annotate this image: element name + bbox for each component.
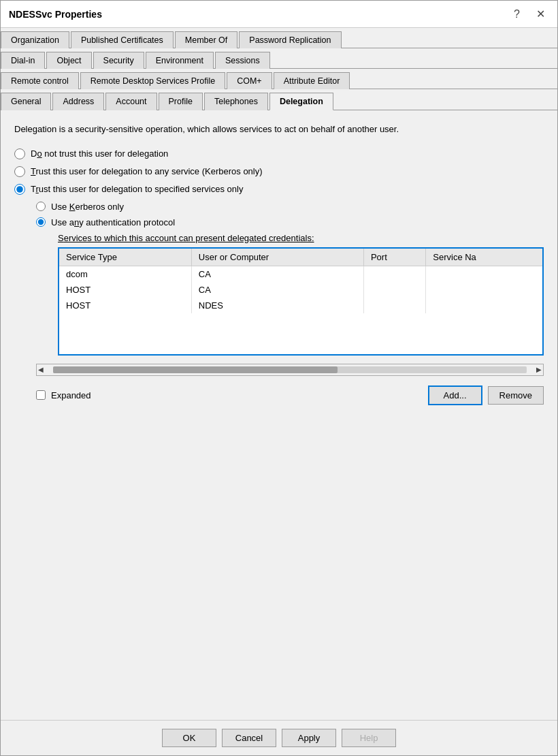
cell-user-computer: NDES	[191, 298, 363, 313]
tab-row-1: Organization Published Certificates Memb…	[1, 28, 557, 48]
cell-user-computer: CA	[191, 282, 363, 298]
tab-security[interactable]: Security	[93, 52, 144, 69]
tab-delegation[interactable]: Delegation	[269, 93, 333, 110]
ok-button[interactable]: OK	[162, 729, 216, 747]
radio-trust-any-input[interactable]	[14, 166, 25, 177]
properties-dialog: NDESSvc Properties ? ✕ Organization Publ…	[0, 0, 558, 756]
tab-remote-desktop[interactable]: Remote Desktop Services Profile	[80, 72, 225, 89]
tabs-container: Organization Published Certificates Memb…	[1, 28, 557, 110]
tab-row-2: Dial-in Object Security Environment Sess…	[1, 48, 557, 69]
scrollbar-container: ◀ ▶	[36, 364, 544, 376]
cell-port	[363, 282, 425, 298]
services-table: Service Type User or Computer Port Servi…	[59, 249, 542, 354]
tab-sessions[interactable]: Sessions	[215, 52, 270, 69]
radio-trust-specified-input[interactable]	[14, 184, 25, 195]
cell-service-type: dcom	[59, 266, 191, 282]
radio-trust-any-label: Trust this user for delegation to any se…	[31, 166, 263, 176]
tab-general[interactable]: General	[1, 93, 51, 110]
radio-trust-any[interactable]: Trust this user for delegation to any se…	[14, 166, 544, 177]
tab-published-certs[interactable]: Published Certificates	[71, 31, 174, 48]
dialog-title: NDESSvc Properties	[9, 9, 102, 20]
expanded-checkbox[interactable]	[36, 390, 46, 400]
cell-user-computer: CA	[191, 266, 363, 282]
sub-radio-kerberos-label: Use Kerberos only	[51, 202, 124, 212]
help-footer-button[interactable]: Help	[342, 729, 396, 747]
bottom-controls: Expanded Add... Remove	[36, 385, 544, 405]
scroll-right-arrow[interactable]: ▶	[536, 366, 542, 373]
scrollbar-thumb	[53, 366, 338, 373]
table-row[interactable]: HOST NDES	[59, 298, 542, 313]
tab-dial-in[interactable]: Dial-in	[1, 52, 45, 69]
dialog-footer: OK Cancel Apply Help	[1, 720, 557, 755]
tab-account[interactable]: Account	[105, 93, 157, 110]
tab-environment[interactable]: Environment	[146, 52, 214, 69]
tab-com-plus[interactable]: COM+	[227, 72, 272, 89]
radio-no-trust-label: Do not trust this user for delegation	[31, 148, 168, 159]
title-bar-right: ? ✕	[510, 6, 549, 22]
radio-no-trust[interactable]: Do not trust this user for delegation	[14, 148, 544, 159]
spacer	[1, 569, 557, 720]
expanded-row: Expanded	[36, 390, 91, 400]
tab-row-4: General Address Account Profile Telephon…	[1, 89, 557, 110]
title-bar: NDESSvc Properties ? ✕	[1, 1, 557, 28]
sub-radio-group: Use Kerberos only Use any authentication…	[36, 202, 544, 405]
col-port: Port	[363, 249, 425, 266]
tab-remote-control[interactable]: Remote control	[1, 72, 79, 89]
table-row-empty	[59, 334, 542, 354]
tab-address[interactable]: Address	[52, 93, 104, 110]
cell-service-name	[426, 282, 542, 298]
expanded-label: Expanded	[51, 390, 91, 400]
apply-button[interactable]: Apply	[282, 729, 336, 747]
table-body: dcom CA HOST CA HOST	[59, 266, 542, 354]
cell-port	[363, 266, 425, 282]
table-row-empty	[59, 313, 542, 334]
table-row[interactable]: HOST CA	[59, 282, 542, 298]
tab-row-3: Remote control Remote Desktop Services P…	[1, 69, 557, 89]
col-user-computer: User or Computer	[191, 249, 363, 266]
tab-password-replication[interactable]: Password Replication	[239, 31, 341, 48]
cancel-button[interactable]: Cancel	[222, 729, 276, 747]
services-label: Services to which this account can prese…	[58, 233, 544, 243]
cell-service-name	[426, 298, 542, 313]
tab-telephones[interactable]: Telephones	[204, 93, 268, 110]
sub-radio-any-auth-input[interactable]	[36, 217, 46, 227]
scrollbar-track[interactable]	[53, 366, 527, 373]
sub-radio-any-auth-label: Use any authentication protocol	[51, 217, 175, 227]
cell-service-type: HOST	[59, 282, 191, 298]
services-table-container: Service Type User or Computer Port Servi…	[58, 247, 544, 356]
sub-radio-kerberos-input[interactable]	[36, 202, 46, 211]
cell-service-name	[426, 266, 542, 282]
radio-trust-specified[interactable]: Trust this user for delegation to specif…	[14, 184, 544, 195]
tab-profile[interactable]: Profile	[159, 93, 203, 110]
help-button[interactable]: ?	[510, 7, 524, 22]
cell-service-type: HOST	[59, 298, 191, 313]
cell-port	[363, 298, 425, 313]
delegation-description: Delegation is a security-sensitive opera…	[14, 123, 544, 136]
table-header: Service Type User or Computer Port Servi…	[59, 249, 542, 266]
add-button[interactable]: Add...	[428, 385, 482, 405]
col-service-type: Service Type	[59, 249, 191, 266]
scroll-left-arrow[interactable]: ◀	[38, 366, 44, 373]
sub-radio-any-auth[interactable]: Use any authentication protocol	[36, 217, 544, 227]
title-bar-left: NDESSvc Properties	[9, 9, 102, 20]
remove-button[interactable]: Remove	[488, 386, 544, 405]
tab-attribute-editor[interactable]: Attribute Editor	[274, 72, 350, 89]
tab-member-of[interactable]: Member Of	[175, 31, 238, 48]
radio-no-trust-input[interactable]	[14, 148, 25, 159]
delegation-content: Delegation is a security-sensitive opera…	[1, 110, 557, 569]
radio-trust-specified-label: Trust this user for delegation to specif…	[31, 184, 243, 194]
sub-radio-kerberos[interactable]: Use Kerberos only	[36, 202, 544, 212]
tab-organization[interactable]: Organization	[1, 31, 69, 48]
action-buttons: Add... Remove	[428, 385, 544, 405]
table-row[interactable]: dcom CA	[59, 266, 542, 282]
close-button[interactable]: ✕	[532, 6, 549, 22]
tab-object[interactable]: Object	[46, 52, 91, 69]
col-service-name: Service Na	[426, 249, 542, 266]
